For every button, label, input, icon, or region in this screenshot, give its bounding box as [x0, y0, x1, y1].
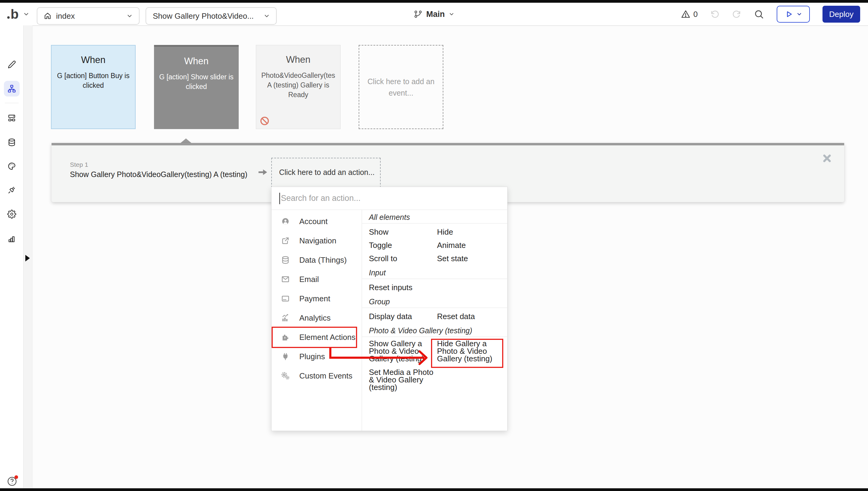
window-top-edge: [0, 0, 868, 3]
plug-icon: [7, 185, 16, 195]
issues-indicator[interactable]: 0: [681, 9, 698, 19]
category-payment[interactable]: Payment: [272, 289, 362, 308]
add-action-label: Click here to add an action...: [279, 168, 380, 177]
home-icon: [43, 12, 52, 20]
gears-icon: [281, 371, 290, 380]
action-item-animate[interactable]: Animate: [437, 238, 507, 252]
sidebar-item-settings[interactable]: [7, 210, 16, 219]
text-caret: [279, 193, 280, 204]
left-sidebar: [0, 25, 24, 488]
preview-options-chevron-icon: [796, 11, 802, 17]
prohibited-icon: [260, 116, 270, 126]
close-icon: [822, 153, 832, 164]
action-search-input[interactable]: Search for an action...: [272, 187, 507, 210]
sidebar-divider: [5, 103, 19, 103]
category-element-actions[interactable]: Element Actions: [272, 327, 362, 347]
sidebar-item-workflow[interactable]: [7, 84, 17, 93]
email-icon: [281, 275, 290, 284]
credit-card-icon: [281, 294, 290, 303]
action-group-header-all-elements: All elements: [362, 212, 507, 224]
action-item-scroll-to[interactable]: Scroll to: [369, 252, 437, 265]
action-item-toggle[interactable]: Toggle: [369, 238, 437, 252]
chevron-down-icon: [264, 13, 270, 19]
expand-panel-arrow[interactable]: [25, 255, 30, 261]
search-button[interactable]: [754, 9, 764, 19]
sidebar-item-plugins[interactable]: [7, 185, 16, 195]
event-card-gallery-ready[interactable]: When Photo&VideoGallery(tes A (testing) …: [256, 45, 341, 129]
action-search-popup: Search for an action... Account Navigati…: [271, 187, 507, 431]
palette-icon: [7, 162, 16, 171]
preview-button[interactable]: [777, 6, 810, 23]
element-actions-puzzle-icon: [281, 333, 290, 342]
navigation-icon: [281, 236, 290, 245]
add-event-placeholder[interactable]: Click here to add an event...: [359, 45, 443, 129]
top-toolbar: b index Show Gallery Photo&Video...: [0, 3, 868, 26]
components-icon: [7, 113, 16, 122]
undo-button[interactable]: [710, 10, 719, 19]
close-step-panel-button[interactable]: [822, 153, 832, 164]
plugins-icon: [281, 352, 290, 361]
search-placeholder: Search for an action...: [281, 194, 361, 203]
page-selector-dropdown[interactable]: index: [37, 7, 140, 25]
branch-selector[interactable]: Main: [413, 7, 455, 21]
action-item-hide-gallery[interactable]: Hide Gallery a Photo & Video Gallery (te…: [437, 340, 505, 363]
gear-icon: [7, 210, 16, 219]
bar-chart-icon: [7, 234, 16, 243]
action-item-reset-inputs[interactable]: Reset inputs: [369, 281, 437, 294]
sidebar-item-styles[interactable]: [7, 162, 16, 171]
user-icon: [281, 217, 290, 226]
sidebar-item-logs[interactable]: [7, 234, 16, 243]
category-data-things[interactable]: Data (Things): [272, 250, 362, 270]
deploy-button[interactable]: Deploy: [823, 6, 860, 23]
action-item-show-gallery[interactable]: Show Gallery a Photo & Video Gallery (te…: [369, 340, 437, 363]
git-branch-icon: [413, 10, 423, 19]
database-icon: [281, 256, 290, 264]
action-item-display-data[interactable]: Display data: [369, 310, 437, 323]
step-number-label: Step 1: [70, 161, 88, 168]
chevron-down-icon: [126, 13, 133, 19]
event-body: G [action] Show slider is clicked: [158, 72, 235, 91]
redo-button[interactable]: [732, 10, 741, 19]
add-event-label: Click here to add an event...: [367, 76, 435, 98]
sidebar-item-data[interactable]: [7, 138, 16, 147]
action-item-set-media-gallery[interactable]: Set Media a Photo & Video Gallery (testi…: [369, 369, 437, 391]
database-icon: [7, 138, 16, 147]
event-card-button-buy[interactable]: When G [action] Button Buy is clicked: [51, 45, 135, 129]
action-item-hide[interactable]: Hide: [437, 225, 507, 238]
notification-dot: [14, 475, 18, 479]
chevron-down-icon: [448, 11, 455, 17]
workflow-selector-dropdown[interactable]: Show Gallery Photo&Video...: [146, 7, 277, 25]
pencil-icon: [7, 60, 16, 69]
category-navigation[interactable]: Navigation: [272, 231, 362, 250]
category-plugins[interactable]: Plugins: [272, 347, 362, 366]
event-title: When: [154, 56, 239, 67]
action-item-set-state[interactable]: Set state: [437, 252, 507, 265]
page-selector-label: index: [56, 11, 75, 21]
bubble-logo[interactable]: b: [7, 8, 19, 20]
branch-label: Main: [426, 10, 445, 19]
arrow-right-icon: [257, 167, 269, 178]
category-analytics[interactable]: Analytics: [272, 308, 362, 327]
step-action-title[interactable]: Show Gallery Photo&VideoGallery(testing)…: [70, 170, 247, 179]
step-panel-notch: [180, 139, 192, 143]
logo-menu-chevron-icon[interactable]: [23, 11, 30, 18]
workflow-selector-label: Show Gallery Photo&Video...: [153, 11, 254, 21]
event-body: G [action] Button Buy is clicked: [56, 71, 131, 90]
action-group-header-group: Group: [362, 296, 507, 308]
category-custom-events[interactable]: Custom Events: [272, 366, 362, 385]
category-email[interactable]: Email: [272, 270, 362, 289]
issues-count: 0: [693, 10, 698, 19]
event-card-show-slider-selected[interactable]: When G [action] Show slider is clicked: [154, 45, 239, 129]
logo-dot-icon: [7, 16, 10, 19]
bubble-workflow-editor: b index Show Gallery Photo&Video...: [0, 0, 868, 491]
action-item-reset-data[interactable]: Reset data: [437, 310, 507, 323]
action-item-show[interactable]: Show: [369, 225, 437, 238]
workflow-sitemap-icon: [7, 84, 17, 93]
event-body: Photo&VideoGallery(tes A (testing) Galle…: [260, 70, 336, 99]
action-category-list: Account Navigation Data (Things) Email: [272, 210, 362, 431]
warning-triangle-icon: [681, 9, 690, 19]
category-account[interactable]: Account: [272, 212, 362, 231]
sidebar-item-design[interactable]: [7, 60, 16, 69]
analytics-icon: [281, 313, 290, 322]
sidebar-item-reusables[interactable]: [7, 113, 16, 122]
